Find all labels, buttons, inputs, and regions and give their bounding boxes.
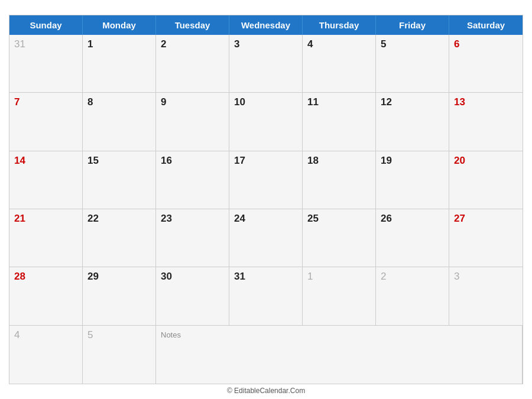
day-number: 29 [87, 271, 99, 282]
header-day-saturday: Saturday [449, 15, 523, 35]
notes-cell: Notes [156, 326, 523, 384]
calendar-cell: 14 [9, 151, 83, 209]
calendar-cell: 1 [303, 267, 376, 325]
calendar-cell: 21 [9, 209, 83, 267]
calendar-cell: 24 [229, 209, 303, 267]
day-number: 1 [307, 271, 313, 282]
calendar-cell: 2 [156, 35, 229, 93]
calendar-cell: 13 [449, 93, 523, 151]
day-number: 8 [87, 96, 93, 108]
calendar-cell: 9 [156, 93, 229, 151]
day-number: 27 [454, 213, 465, 224]
calendar-cell: 10 [229, 93, 303, 151]
header-day-thursday: Thursday [303, 15, 376, 35]
day-number: 26 [381, 213, 392, 224]
day-number: 2 [381, 271, 386, 282]
day-number: 2 [161, 38, 166, 50]
day-number: 4 [14, 329, 20, 340]
day-number: 28 [14, 271, 25, 282]
calendar-cell: 17 [229, 151, 303, 209]
calendar-cell: 29 [83, 267, 156, 325]
calendar-cell: 7 [9, 93, 83, 151]
header-day-friday: Friday [376, 15, 449, 35]
calendar-cell: 26 [376, 209, 449, 267]
header-day-monday: Monday [83, 15, 156, 35]
calendar-cell: 12 [376, 93, 449, 151]
calendar-cell: 4 [9, 326, 83, 384]
calendar-cell: 3 [449, 267, 523, 325]
day-number: 5 [87, 329, 93, 340]
day-number: 18 [307, 155, 319, 166]
calendar-cell: 28 [9, 267, 83, 325]
calendar-cell: 25 [303, 209, 376, 267]
day-number: 4 [307, 38, 313, 50]
calendar-cell: 20 [449, 151, 523, 209]
calendar-cell: 8 [83, 93, 156, 151]
footer: © EditableCalendar.Com [9, 384, 523, 396]
day-number: 31 [234, 271, 245, 282]
day-number: 22 [87, 213, 99, 224]
calendar-cell: 15 [83, 151, 156, 209]
calendar-cell: 16 [156, 151, 229, 209]
header-day-wednesday: Wednesday [229, 15, 303, 35]
header-day-sunday: Sunday [9, 15, 83, 35]
calendar-cell: 23 [156, 209, 229, 267]
calendar-cell: 4 [303, 35, 376, 93]
calendar-cell: 3 [229, 35, 303, 93]
day-number: 19 [381, 155, 392, 166]
day-number: 3 [234, 38, 239, 50]
day-number: 25 [307, 213, 319, 224]
calendar-cell: 2 [376, 267, 449, 325]
day-number: 7 [14, 96, 20, 108]
page-wrapper: SundayMondayTuesdayWednesdayThursdayFrid… [0, 0, 532, 399]
calendar-cell: 27 [449, 209, 523, 267]
day-number: 9 [161, 96, 166, 108]
day-number: 15 [87, 155, 99, 166]
calendar-cell: 22 [83, 209, 156, 267]
day-number: 23 [161, 213, 172, 224]
day-number: 24 [234, 213, 245, 224]
day-number: 14 [14, 155, 25, 166]
day-number: 30 [161, 271, 172, 282]
day-number: 6 [454, 38, 459, 50]
day-number: 21 [14, 213, 25, 224]
calendar-cell: 11 [303, 93, 376, 151]
day-number: 17 [234, 155, 245, 166]
day-number: 10 [234, 96, 245, 108]
calendar-grid: 3112345678910111213141516171819202122232… [9, 35, 523, 384]
calendar-cell: 6 [449, 35, 523, 93]
day-number: 12 [381, 96, 392, 108]
day-number: 20 [454, 155, 465, 166]
day-number: 16 [161, 155, 172, 166]
day-number: 5 [381, 38, 386, 50]
calendar-cell: 18 [303, 151, 376, 209]
calendar-cell: 31 [9, 35, 83, 93]
calendar-cell: 19 [376, 151, 449, 209]
calendar-cell: 5 [83, 326, 156, 384]
calendar-header: SundayMondayTuesdayWednesdayThursdayFrid… [9, 15, 523, 35]
day-number: 3 [454, 271, 459, 282]
day-number: 11 [307, 96, 319, 108]
calendar-container: SundayMondayTuesdayWednesdayThursdayFrid… [9, 15, 523, 384]
day-number: 31 [14, 38, 25, 50]
notes-label: Notes [161, 330, 181, 339]
day-number: 13 [454, 96, 465, 108]
day-number: 1 [87, 38, 93, 50]
calendar-cell: 5 [376, 35, 449, 93]
calendar-title [9, 6, 523, 15]
calendar-cell: 30 [156, 267, 229, 325]
header-day-tuesday: Tuesday [156, 15, 229, 35]
calendar-cell: 31 [229, 267, 303, 325]
calendar-cell: 1 [83, 35, 156, 93]
